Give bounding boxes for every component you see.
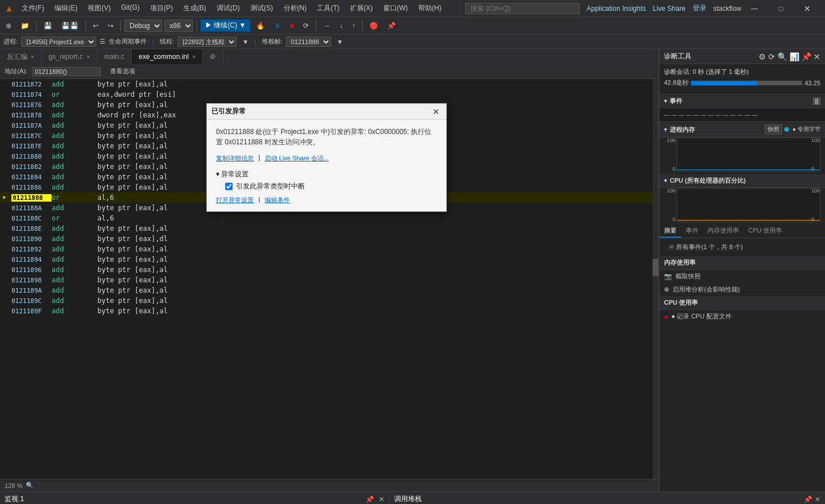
tab-settings[interactable]: ⚙ <box>203 49 223 64</box>
maximize-button[interactable]: □ <box>768 0 794 17</box>
tab-exe-common-close[interactable]: × <box>192 54 195 60</box>
heap-analysis-row[interactable]: ⊕ 启用堆分析(会影响性能) <box>659 283 825 296</box>
view-options-btn[interactable]: 查看选项 <box>105 66 140 77</box>
memory-section-header[interactable]: ▾ 进程内存 快照 ● 专用字节 <box>659 122 825 137</box>
toolbar-new[interactable]: ⊕ <box>2 21 15 31</box>
code-line[interactable]: 01211894addbyte ptr [eax],al <box>0 254 658 265</box>
code-line[interactable]: 01211892addbyte ptr [eax],al <box>0 244 658 254</box>
watch-pin-icon[interactable]: 📌 <box>366 495 374 503</box>
tab-memory-usage[interactable]: 内存使用率 <box>703 225 744 238</box>
code-line[interactable]: 01211896addbyte ptr [eax],al <box>0 265 658 275</box>
menu-window[interactable]: 窗口(W) <box>379 2 412 14</box>
cpu-usage-section-header[interactable]: CPU 使用率 <box>659 296 825 310</box>
mem-usage-section-header[interactable]: 内存使用率 <box>659 256 825 270</box>
stack-dropdown[interactable]: 01211888 <box>286 37 331 47</box>
callstack-close-icon[interactable]: ✕ <box>815 495 820 503</box>
time-slider[interactable] <box>691 81 802 85</box>
login-button[interactable]: 登录 <box>693 3 706 13</box>
close-button[interactable]: ✕ <box>794 0 820 17</box>
live-share-button[interactable]: Live Share <box>653 5 685 13</box>
tab-events[interactable]: 事件 <box>681 225 703 238</box>
menu-help[interactable]: 帮助(H) <box>414 2 446 14</box>
code-line[interactable]: 0121189Aaddbyte ptr [eax],al <box>0 285 658 296</box>
scrollbar-thumb[interactable] <box>653 259 658 276</box>
continue-button[interactable]: ▶ 继续(C) ▼ <box>201 19 250 32</box>
toolbar-redo[interactable]: ↪ <box>104 21 117 31</box>
events-section-header[interactable]: ▾ 事件 || <box>659 94 825 108</box>
toolbar-open[interactable]: 📁 <box>17 21 33 31</box>
cpu-section-header[interactable]: ▾ CPU (所有处理器的百分比) <box>659 174 825 188</box>
step-over[interactable]: → <box>320 21 333 31</box>
menu-analyze[interactable]: 分析(N) <box>279 2 312 14</box>
debug-config-dropdown[interactable]: Debug <box>124 19 162 32</box>
code-line[interactable]: 0121188Eaddbyte ptr [eax],al <box>0 223 658 234</box>
tab-gsreport-close[interactable]: × <box>87 54 90 60</box>
tab-summary[interactable]: 摘要 <box>659 225 681 238</box>
address-input[interactable] <box>32 67 101 76</box>
callstack-pin-icon[interactable]: 📌 <box>804 495 812 503</box>
hot-reload-button[interactable]: 🔥 <box>253 21 268 31</box>
diag-refresh-icon[interactable]: ⟳ <box>768 52 775 61</box>
menu-edit[interactable]: 编辑(E) <box>50 2 82 14</box>
diag-chart-icon[interactable]: 📊 <box>789 52 799 61</box>
open-settings-link[interactable]: 打开异常设置 <box>216 196 254 204</box>
arch-dropdown[interactable]: x86 <box>164 19 193 32</box>
menu-build[interactable]: 生成(B) <box>179 2 211 14</box>
code-line[interactable]: 0121189Faddbyte ptr [eax],al <box>0 306 658 316</box>
zoom-icon[interactable]: 🔍 <box>26 482 34 489</box>
thread-dropdown[interactable]: [22892] 主线程 <box>178 37 237 47</box>
menu-git[interactable]: Git(G) <box>116 2 144 14</box>
goto-line[interactable]: 📌 <box>384 21 399 31</box>
diag-settings-icon[interactable]: ⚙ <box>759 52 766 61</box>
global-search[interactable] <box>465 3 580 14</box>
toolbar-undo[interactable]: ↩ <box>89 21 102 31</box>
pause-button[interactable]: ⏸ <box>270 21 284 31</box>
tab-exe-common[interactable]: exe_common.inl × <box>132 49 203 64</box>
menu-view[interactable]: 视图(V) <box>83 2 115 14</box>
stack-nav-down[interactable]: ▼ <box>337 38 343 45</box>
tab-disassembly-close[interactable]: × <box>31 54 34 60</box>
diag-close-icon[interactable]: ✕ <box>814 52 820 61</box>
copy-details-link[interactable]: 复制详细信息 <box>216 154 254 163</box>
toolbar-saveall[interactable]: 💾💾 <box>58 21 82 31</box>
restart-button[interactable]: ⟳ <box>300 21 312 31</box>
code-line[interactable]: 01211890addbyte ptr [eax],dl <box>0 234 658 244</box>
stop-button[interactable]: ■ <box>286 21 297 31</box>
code-line[interactable]: 0121189Caddbyte ptr [eax],al <box>0 296 658 306</box>
tab-gsreport[interactable]: gs_report.c × <box>42 49 97 64</box>
code-line[interactable]: 0121188Coral,6 <box>0 213 658 223</box>
minimize-button[interactable]: — <box>741 0 768 17</box>
step-out[interactable]: ↑ <box>348 21 359 31</box>
heap-icon: ⊕ <box>664 286 669 293</box>
edit-condition-link[interactable]: 编辑条件 <box>265 196 290 204</box>
ai-insights-button[interactable]: Application Insights <box>587 5 646 13</box>
record-cpu-row[interactable]: ● ● 记录 CPU 配置文件 <box>659 310 825 323</box>
menu-project[interactable]: 项目(P) <box>146 2 178 14</box>
snapshot-row[interactable]: 📷 截取快照 <box>659 270 825 283</box>
toolbar-save[interactable]: 💾 <box>40 21 56 31</box>
watch-close-icon[interactable]: ✕ <box>379 495 384 503</box>
breakpoints[interactable]: 🔴 <box>366 21 382 31</box>
vertical-scrollbar[interactable] <box>653 79 658 479</box>
diag-search-icon[interactable]: 🔍 <box>777 52 787 61</box>
liveshare-link[interactable]: 启动 Live Share 会话... <box>265 154 329 163</box>
process-dropdown[interactable]: [14956] Project1.exe <box>21 37 96 47</box>
tab-disassembly[interactable]: 反汇编 × <box>0 49 42 64</box>
dialog-section-title[interactable]: ▾ 异常设置 <box>216 170 437 179</box>
tab-main[interactable]: main.c <box>97 49 132 64</box>
pause-events-button[interactable]: || <box>813 97 820 105</box>
code-line[interactable]: 01211874oreax,dword ptr [esi] <box>0 89 658 100</box>
snapshot-button[interactable]: 快照 <box>765 124 782 135</box>
menu-file[interactable]: 文件(F) <box>17 2 49 14</box>
exception-checkbox[interactable] <box>225 183 233 190</box>
menu-debug[interactable]: 调试(D) <box>212 2 245 14</box>
menu-test[interactable]: 测试(S) <box>246 2 278 14</box>
menu-extensions[interactable]: 扩展(X) <box>345 2 378 14</box>
step-into[interactable]: ↓ <box>336 21 346 31</box>
tab-cpu-usage[interactable]: CPU 使用率 <box>744 225 787 238</box>
diag-pin-icon[interactable]: 📌 <box>802 52 811 61</box>
dialog-close-button[interactable]: ✕ <box>430 106 442 117</box>
menu-tools[interactable]: 工具(T) <box>312 2 344 14</box>
code-line[interactable]: 01211898addbyte ptr [eax],al <box>0 275 658 285</box>
code-line[interactable]: 01211872addbyte ptr [eax],al <box>0 79 658 89</box>
